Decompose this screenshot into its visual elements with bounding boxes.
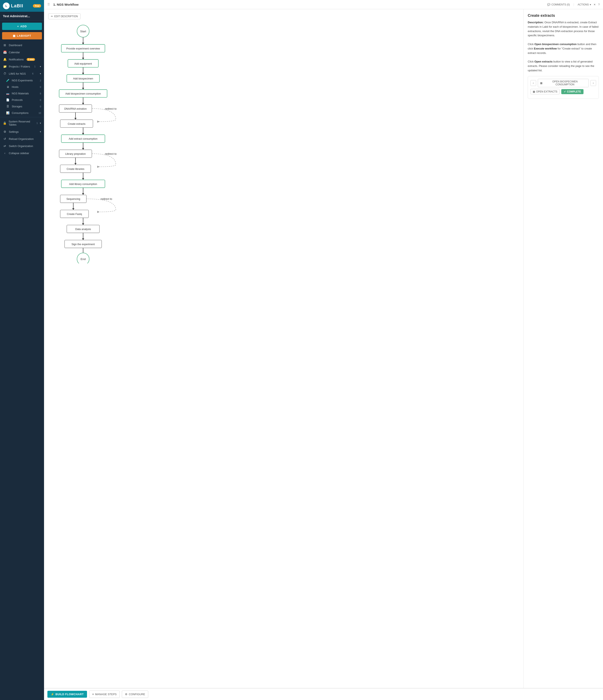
ngs-experiments-count: 2 (40, 79, 41, 82)
svg-text:Data analysis: Data analysis (75, 228, 91, 231)
svg-text:redirect to: redirect to (105, 107, 117, 110)
system-tables-count: 1 (36, 122, 38, 124)
trial-badge: Trial (33, 4, 41, 7)
org-name: Test Administrat... (0, 12, 44, 21)
sidebar-item-lims[interactable]: ⏱ LIMS for NGS 6 ▾ (0, 70, 44, 77)
next-button[interactable]: › (591, 80, 596, 86)
svg-text:Add library consumption: Add library consumption (69, 183, 97, 185)
check-icon: ✓ (564, 90, 566, 93)
dashboard-label: Dashboard (9, 44, 22, 47)
sidebar-item-notifications[interactable]: 🔔 Notifications 1 new (0, 56, 44, 63)
info-actions-panel: ‹ ▦ OPEN BIOSPECIMEN CONSUMPTION › ▦ OPE… (528, 76, 599, 99)
svg-marker-47 (82, 193, 84, 195)
storages-label: Storages (12, 105, 22, 108)
svg-text:Start: Start (80, 30, 86, 33)
sidebar-item-ngs-experiments[interactable]: 🧪 NGS Experiments 2 (0, 77, 44, 84)
sidebar-item-storages[interactable]: 🗄 Storages 0 (0, 103, 44, 110)
collapse-label: Collapse sidebar (9, 152, 29, 155)
svg-marker-43 (82, 178, 84, 180)
ngs-experiments-label: NGS Experiments (12, 79, 33, 82)
labii-logo: L LaBII (3, 2, 23, 9)
instruction2: Click Open extracts button to view a lis… (528, 59, 599, 73)
actions-row-2: ▦ OPEN EXTRACTS ✓ COMPLETE (530, 89, 596, 94)
sidebar-item-settings[interactable]: ⚙ Settings ▾ (0, 128, 44, 135)
sidebar-item-consumptions[interactable]: 📊 Consumptions 10 (0, 110, 44, 116)
configure-button[interactable]: ⚙ CONFIGURE (122, 691, 148, 698)
help-button[interactable]: ? (598, 3, 600, 6)
comment-icon: 💬 (547, 3, 550, 6)
build-flowchart-button[interactable]: ⚡ BUILD FLOWCHART (47, 691, 87, 698)
sidebar-item-collapse[interactable]: ‹ Collapse sidebar (0, 150, 44, 157)
sidebar-item-reload-org[interactable]: ↺ Reload Organization (0, 135, 44, 142)
sidebar-item-hosts[interactable]: 🖥 Hosts 0 (0, 84, 44, 90)
sidebar-item-switch-org[interactable]: ⇄ Switch Organization (0, 142, 44, 150)
sidebar-header: L LaBII Trial (0, 0, 44, 12)
lims-label: LIMS for NGS (9, 72, 26, 75)
svg-text:Add extract consumption: Add extract consumption (69, 138, 98, 140)
complete-label: COMPLETE (567, 90, 581, 93)
comments-button[interactable]: 💬 COMMENTS (0) (547, 3, 570, 6)
svg-marker-51 (97, 211, 99, 213)
close-icon: ✕ (594, 3, 596, 6)
complete-button[interactable]: ✓ COMPLETE (561, 89, 583, 94)
notifications-badge: 1 new (27, 58, 35, 61)
gear-icon: ⚙ (125, 693, 127, 696)
storages-icon: 🗄 (6, 105, 10, 108)
svg-text:Create Fastq: Create Fastq (67, 212, 82, 216)
consumptions-icon: 📊 (6, 111, 10, 115)
settings-label: Settings (9, 130, 19, 133)
ngs-materials-label: NGS Materials (12, 92, 29, 95)
settings-arrow: ▾ (40, 130, 41, 133)
svg-marker-7 (82, 58, 84, 59)
open-biospecimen-button[interactable]: ▦ OPEN BIOSPECIMEN CONSUMPTION (538, 79, 589, 87)
hosts-count: 0 (40, 86, 41, 88)
labiigpt-label: LABIIGPT (17, 34, 31, 37)
close-button[interactable]: ✕ (594, 3, 596, 6)
add-button[interactable]: + ADD (2, 23, 42, 30)
svg-marker-29 (82, 133, 84, 135)
sidebar-item-dashboard[interactable]: ⊞ Dashboard (0, 42, 44, 49)
configure-label: CONFIGURE (129, 693, 145, 696)
svg-text:redirect to: redirect to (105, 152, 117, 155)
open-biospecimen-label: OPEN BIOSPECIMEN CONSUMPTION (544, 80, 586, 86)
protocols-icon: 📄 (6, 98, 10, 101)
workflow-canvas: ✏ EDIT DESCRIPTION Start Provide experim… (44, 9, 523, 688)
lims-arrow: ▾ (40, 72, 41, 75)
info-panel-title: Create extracts (528, 14, 599, 18)
sidebar-item-projects[interactable]: 📁 Projects / Folders 1 ▾ (0, 63, 44, 70)
help-icon: ? (598, 3, 600, 6)
actions-row-1: ‹ ▦ OPEN BIOSPECIMEN CONSUMPTION › (530, 79, 596, 87)
protocols-label: Protocols (12, 99, 23, 101)
sidebar-item-protocols[interactable]: 📄 Protocols 0 (0, 97, 44, 103)
build-flowchart-label: BUILD FLOWCHART (55, 693, 84, 696)
sidebar-item-calendar[interactable]: 📅 Calendar (0, 49, 44, 56)
svg-text:Library prepration: Library prepration (65, 152, 86, 155)
add-label: ADD (20, 25, 27, 28)
switch-org-label: Switch Organization (9, 145, 33, 148)
open-extracts-button[interactable]: ▦ OPEN EXTRACTS (530, 89, 560, 94)
svg-marker-11 (82, 73, 84, 74)
plus-icon: + (17, 25, 19, 28)
svg-text:Sign the experiment: Sign the experiment (72, 243, 95, 246)
bell-icon: 🔔 (3, 58, 7, 61)
actions-label: ACTIONS (578, 3, 589, 6)
svg-marker-37 (97, 166, 99, 168)
edit-description-button[interactable]: ✏ EDIT DESCRIPTION (48, 14, 80, 19)
labiigpt-button[interactable]: ▦ LABIIGPT (2, 32, 42, 40)
hosts-label: Hosts (12, 85, 19, 89)
info-panel-body: Description: Once DNA/RNA is extracted, … (528, 20, 599, 73)
sidebar-item-ngs-materials[interactable]: 🧫 NGS Materials 8 (0, 90, 44, 97)
build-icon: ⚡ (51, 693, 54, 696)
svg-marker-25 (74, 118, 77, 120)
topbar-actions: 💬 COMMENTS (0) ⋮ ACTIONS ▾ ✕ ? (547, 3, 600, 6)
prev-button[interactable]: ‹ (530, 80, 536, 86)
manage-steps-button[interactable]: ≡ MANAGE STEPS (89, 691, 120, 698)
actions-button[interactable]: ACTIONS ▾ (578, 3, 591, 6)
main-content: ⠿ 1. NGS Workflow 💬 COMMENTS (0) ⋮ ACTIO… (44, 0, 603, 700)
svg-text:Sequencing: Sequencing (67, 198, 80, 200)
ngs-materials-count: 8 (40, 92, 41, 95)
sidebar-item-system-tables[interactable]: 🔒 System Reserved Tables 1 ▾ (0, 118, 44, 128)
svg-marker-33 (82, 148, 84, 150)
system-tables-label: System Reserved Tables (8, 120, 34, 126)
svg-text:Add equipment: Add equipment (74, 62, 92, 65)
